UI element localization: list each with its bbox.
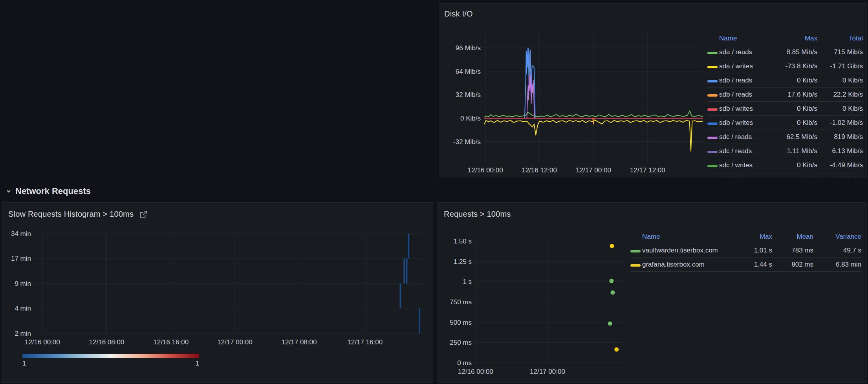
legend-value-total: -4.49 Mib/s <box>817 161 863 169</box>
disk-io-panel: Disk I/O 96 Mib/s64 Mib/s32 Mib/s0 Kib/s… <box>439 3 867 177</box>
x-tick-label: 12/16 08:00 <box>89 338 125 346</box>
series-color-swatch[interactable] <box>707 165 718 167</box>
y-tick-label: 750 ms <box>450 298 472 306</box>
legend-value-max: 8.85 Mib/s <box>775 48 817 56</box>
legend-series-name[interactable]: grafana.tiserbox.com <box>642 261 735 269</box>
legend-value-total: -2.05 Mib/s <box>817 176 863 178</box>
legend-value-variance: 49.7 s <box>813 247 861 254</box>
y-tick-label: 1.50 s <box>454 238 472 245</box>
x-tick-label: 12/16 12:00 <box>522 166 557 174</box>
requests-legend-rows: vaultwarden.tiserbox.com1.01 s783 ms49.7… <box>630 243 861 272</box>
section-header-label[interactable]: Network Requests <box>15 186 91 196</box>
legend-row: sda / writes-73.8 Kib/s-1.71 Gib/s <box>707 59 863 73</box>
series-color-swatch[interactable] <box>707 123 718 125</box>
requests-legend-header-row: Name Max Mean Variance <box>630 230 861 243</box>
legend-swatch-cell <box>707 91 719 99</box>
series-color-swatch[interactable] <box>707 66 718 68</box>
x-tick-label: 12/17 12:00 <box>630 166 665 174</box>
disk-legend-header-name[interactable]: Name <box>719 35 775 42</box>
legend-row: vaultwarden.tiserbox.com1.01 s783 ms49.7… <box>630 243 861 258</box>
heatmap-color-scale <box>22 354 199 358</box>
scatter-point[interactable] <box>614 347 619 352</box>
requests-legend-header-max[interactable]: Max <box>735 233 772 241</box>
legend-series-name[interactable]: sdb / reads <box>719 91 775 99</box>
heatmap-cell[interactable] <box>399 283 401 308</box>
y-tick-label: 9 min <box>15 280 31 287</box>
legend-value-mean: 802 ms <box>772 261 813 269</box>
scatter-point[interactable] <box>610 244 614 248</box>
color-scale-min: 1 <box>22 360 26 368</box>
legend-series-name[interactable]: sda / writes <box>719 62 775 70</box>
legend-series-name[interactable]: sdc / writes <box>719 176 775 178</box>
series-color-swatch[interactable] <box>707 108 718 111</box>
legend-swatch-cell <box>707 119 719 127</box>
heatmap-cell[interactable] <box>419 308 420 333</box>
y-tick-label: 1 s <box>463 278 472 285</box>
series-color-swatch[interactable] <box>707 151 718 153</box>
legend-value-total: 6.13 Mib/s <box>817 147 863 155</box>
heatmap-cell[interactable] <box>406 258 407 283</box>
section-header-network-requests[interactable]: Network Requests <box>5 186 91 196</box>
series-color-swatch[interactable] <box>630 250 641 252</box>
legend-series-name[interactable]: sdb / writes <box>719 119 775 127</box>
y-tick-label: 500 ms <box>450 319 472 326</box>
chevron-down-icon[interactable] <box>5 188 12 194</box>
y-tick-label: 96 Mib/s <box>456 44 481 52</box>
legend-swatch-cell <box>707 48 719 56</box>
legend-row: sdb / writes0 Kib/s0 Kib/s <box>707 102 863 116</box>
y-tick-label: 34 min <box>11 230 31 238</box>
legend-value-max: 0 Kib/s <box>775 176 817 178</box>
legend-swatch-cell <box>707 62 719 70</box>
x-tick-label: 12/17 00:00 <box>217 338 253 346</box>
legend-value-max: 0 Kib/s <box>775 77 817 84</box>
x-tick-label: 12/16 16:00 <box>153 338 189 346</box>
x-tick-label: 12/16 00:00 <box>25 338 60 346</box>
requests-legend-header-mean[interactable]: Mean <box>772 233 813 241</box>
legend-series-name[interactable]: sdb / writes <box>719 105 775 113</box>
series-color-swatch[interactable] <box>707 52 718 54</box>
requests-legend-header-name[interactable]: Name <box>642 233 735 241</box>
series-color-swatch[interactable] <box>707 137 718 139</box>
heatmap-color-scale-labels: 1 1 <box>22 360 199 368</box>
legend-value-max: 1.44 s <box>735 261 772 269</box>
legend-series-name[interactable]: sdb / reads <box>719 77 775 84</box>
series-color-swatch[interactable] <box>707 94 718 97</box>
scatter-point[interactable] <box>609 279 613 283</box>
disk-io-chart[interactable]: 96 Mib/s64 Mib/s32 Mib/s0 Kib/s-32 Mib/s… <box>439 4 706 177</box>
legend-value-total: 22.2 Kib/s <box>817 91 863 99</box>
y-tick-label: 2 min <box>15 330 31 337</box>
series-color-swatch[interactable] <box>630 264 641 267</box>
disk-io-legend: Name Max Total sda / reads8.85 Mib/s715 … <box>707 32 863 177</box>
legend-value-max: -73.8 Kib/s <box>775 62 817 70</box>
requests-over-100ms-panel: Requests > 100ms 1.50 s1.25 s1 s750 ms50… <box>438 202 867 383</box>
series-color-swatch[interactable] <box>707 80 718 82</box>
x-tick-label: 12/16 00:00 <box>458 368 493 375</box>
scatter-point[interactable] <box>610 291 615 295</box>
legend-row: sda / reads8.85 Mib/s715 Mib/s <box>707 45 863 59</box>
disk-legend-header-max[interactable]: Max <box>775 35 817 42</box>
scatter-point[interactable] <box>608 321 612 325</box>
y-tick-label: 1.25 s <box>454 258 472 265</box>
legend-row: sdc / writes0 Kib/s-4.49 Mib/s <box>707 158 863 172</box>
color-scale-max: 1 <box>196 360 199 368</box>
heatmap-cell[interactable] <box>408 234 409 258</box>
y-tick-label: 32 Mib/s <box>456 91 481 99</box>
heatmap-cell[interactable] <box>403 258 405 283</box>
y-tick-label: -32 Mib/s <box>453 138 481 146</box>
legend-series-name[interactable]: vaultwarden.tiserbox.com <box>642 247 735 254</box>
legend-value-total: -1.71 Gib/s <box>817 62 863 70</box>
legend-series-name[interactable]: sdc / reads <box>719 133 775 141</box>
legend-series-name[interactable]: sdc / writes <box>719 161 775 169</box>
requests-legend-header-variance[interactable]: Variance <box>813 233 861 241</box>
legend-value-total: 0 Kib/s <box>817 105 863 113</box>
y-tick-label: 0 Kib/s <box>460 115 481 122</box>
legend-value-max: 1.11 Mib/s <box>775 147 817 155</box>
disk-legend-header-total[interactable]: Total <box>817 35 863 42</box>
legend-value-total: -1.02 Mib/s <box>817 119 863 127</box>
legend-series-name[interactable]: sda / reads <box>719 48 775 56</box>
legend-swatch-cell <box>707 147 719 155</box>
requests-scatter-chart[interactable]: 1.50 s1.25 s1 s750 ms500 ms250 ms0 ms12/… <box>438 203 628 382</box>
legend-series-name[interactable]: sdc / reads <box>719 147 775 155</box>
legend-swatch-cell <box>707 133 719 141</box>
requests-legend: Name Max Mean Variance vaultwarden.tiser… <box>630 230 861 272</box>
